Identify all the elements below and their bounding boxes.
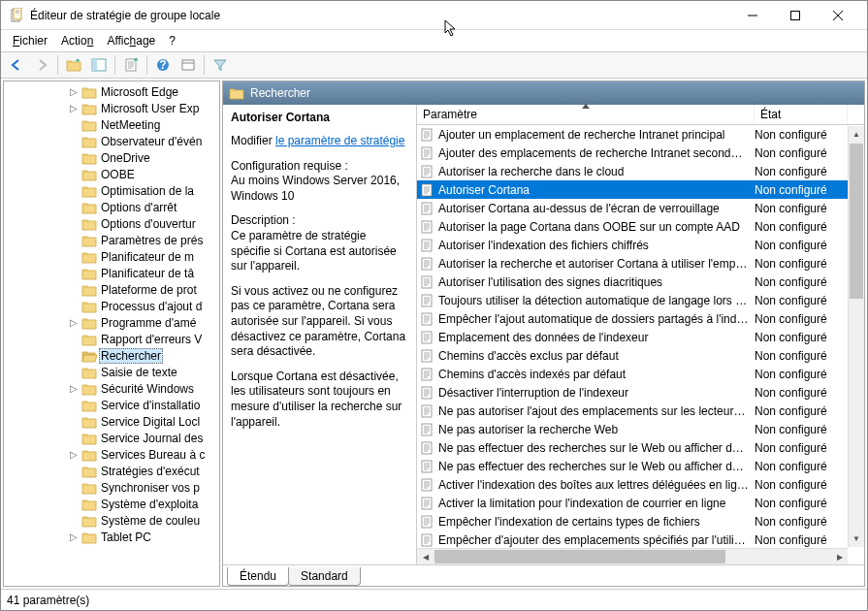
filter-button[interactable] xyxy=(209,54,232,76)
list-row[interactable]: Activer la limitation pour l'indexation … xyxy=(417,494,848,512)
list-row[interactable]: Autoriser l'utilisation des signes diacr… xyxy=(417,273,848,291)
tree-item[interactable]: Système d'exploita xyxy=(4,496,219,512)
tree-item-label: Options d'ouvertur xyxy=(99,217,198,231)
tree-item[interactable]: OneDrive xyxy=(4,149,219,166)
menu-action[interactable]: Action xyxy=(55,32,99,49)
tree-item[interactable]: Système de couleu xyxy=(4,512,219,529)
list-row[interactable]: Empêcher d'ajouter des emplacements spéc… xyxy=(417,531,848,548)
tab-standard[interactable]: Standard xyxy=(288,567,361,586)
minimize-button[interactable] xyxy=(731,2,774,29)
expand-icon[interactable]: ▷ xyxy=(68,383,80,394)
tree-item[interactable]: ▷Sécurité Windows xyxy=(4,380,219,397)
scroll-down-button[interactable]: ▼ xyxy=(849,531,864,547)
main-area: ▷Microsoft Edge▷Microsoft User ExpNetMee… xyxy=(1,79,867,589)
list-row[interactable]: Autoriser CortanaNon configuré xyxy=(417,180,848,199)
scroll-left-button[interactable]: ◀ xyxy=(417,549,434,564)
list-row[interactable]: Autoriser Cortana au-dessus de l'écran d… xyxy=(417,199,848,217)
tree-item[interactable]: Processus d'ajout d xyxy=(4,298,219,314)
setting-icon xyxy=(419,146,434,160)
list-row[interactable]: Autoriser la recherche et autoriser Cort… xyxy=(417,254,848,273)
vertical-scrollbar[interactable]: ▲ ▼ xyxy=(848,126,864,547)
tree-item[interactable]: Planificateur de tâ xyxy=(4,265,219,281)
expand-icon[interactable]: ▷ xyxy=(68,531,80,542)
tree-item[interactable]: Synchroniser vos p xyxy=(4,479,219,496)
folder-icon xyxy=(81,432,97,445)
up-button[interactable] xyxy=(62,54,85,76)
list-row[interactable]: Désactiver l'interruption de l'indexeurN… xyxy=(417,383,848,402)
menu-file[interactable]: Fichier xyxy=(7,32,53,49)
export-button[interactable] xyxy=(119,54,143,76)
list-row[interactable]: Toujours utiliser la détection automatiq… xyxy=(417,291,848,309)
help-button[interactable]: ? xyxy=(151,54,175,76)
tree-item[interactable]: Stratégies d'exécut xyxy=(4,463,219,479)
tree-item[interactable]: Optimisation de la xyxy=(4,182,219,199)
menu-view[interactable]: Affichage xyxy=(101,32,161,49)
tree-item[interactable]: ▷Tablet PC xyxy=(4,529,219,545)
list-row[interactable]: Ne pas autoriser l'ajout des emplacement… xyxy=(417,402,848,420)
tree-item[interactable]: ▷Microsoft Edge xyxy=(4,83,219,100)
maximize-button[interactable] xyxy=(774,2,817,29)
list-row[interactable]: Autoriser la recherche dans le cloudNon … xyxy=(417,162,848,180)
tree-item[interactable]: Service Digital Locl xyxy=(4,413,219,430)
list-row[interactable]: Ne pas autoriser la recherche WebNon con… xyxy=(417,420,848,438)
close-button[interactable] xyxy=(817,2,859,29)
tree-item[interactable]: Rapport d'erreurs V xyxy=(4,331,219,347)
setting-icon xyxy=(419,128,434,142)
expand-icon[interactable]: ▷ xyxy=(68,449,80,460)
tree-item[interactable]: OOBE xyxy=(4,166,219,182)
expand-icon[interactable]: ▷ xyxy=(68,103,80,113)
show-hide-tree-button[interactable] xyxy=(87,54,111,76)
tree-item[interactable]: NetMeeting xyxy=(4,116,219,133)
list-row[interactable]: Ajouter des emplacements de recherche In… xyxy=(417,144,848,162)
tree-item[interactable]: Observateur d'évén xyxy=(4,133,219,149)
tree-item[interactable]: ▷Services Bureau à c xyxy=(4,446,219,463)
tree-item[interactable]: ▷Microsoft User Exp xyxy=(4,100,219,116)
list-row[interactable]: Emplacement des données de l'indexeurNon… xyxy=(417,328,848,346)
expand-icon[interactable]: ▷ xyxy=(68,86,80,97)
tree-item[interactable]: Saisie de texte xyxy=(4,364,219,380)
list-row[interactable]: Chemins d'accès exclus par défautNon con… xyxy=(417,346,848,365)
list-body[interactable]: Ajouter un emplacement de recherche Intr… xyxy=(417,125,848,548)
nav-tree[interactable]: ▷Microsoft Edge▷Microsoft User ExpNetMee… xyxy=(3,80,220,587)
setting-icon xyxy=(419,404,434,418)
status-text: 41 paramètre(s) xyxy=(7,594,89,607)
scroll-thumb[interactable] xyxy=(850,144,863,299)
list-row[interactable]: Autoriser la page Cortana dans OOBE sur … xyxy=(417,217,848,236)
tree-item[interactable]: Service d'installatio xyxy=(4,397,219,413)
tab-extended[interactable]: Étendu xyxy=(227,567,289,586)
folder-icon xyxy=(81,184,97,198)
list-row[interactable]: Ajouter un emplacement de recherche Intr… xyxy=(417,125,848,144)
list-row[interactable]: Empêcher l'indexation de certains types … xyxy=(417,512,848,531)
scroll-up-button[interactable]: ▲ xyxy=(849,126,864,143)
column-state[interactable]: État xyxy=(755,105,848,124)
tree-item[interactable]: Options d'ouvertur xyxy=(4,215,219,232)
selected-setting-title: Autoriser Cortana xyxy=(231,111,408,124)
tree-item[interactable]: Options d'arrêt xyxy=(4,199,219,215)
tree-item[interactable]: Paramètres de prés xyxy=(4,232,219,248)
expand-icon[interactable]: ▷ xyxy=(68,317,80,328)
tree-item[interactable]: Rechercher xyxy=(4,347,219,364)
separator xyxy=(57,55,58,75)
forward-button[interactable] xyxy=(30,54,53,76)
list-row[interactable]: Autoriser l'indexation des fichiers chif… xyxy=(417,236,848,254)
list-row[interactable]: Activer l'indexation des boîtes aux lett… xyxy=(417,475,848,494)
menu-help[interactable]: ? xyxy=(163,32,181,49)
list-row[interactable]: Ne pas effectuer des recherches sur le W… xyxy=(417,457,848,475)
scroll-right-button[interactable]: ▶ xyxy=(831,549,848,564)
list-row[interactable]: Ne pas effectuer des recherches sur le W… xyxy=(417,438,848,457)
properties-button[interactable] xyxy=(177,54,200,76)
tree-item[interactable]: ▷Programme d'amé xyxy=(4,314,219,331)
horizontal-scrollbar[interactable]: ◀ ▶ xyxy=(417,548,848,564)
list-row[interactable]: Empêcher l'ajout automatique de dossiers… xyxy=(417,309,848,328)
setting-name: Toujours utiliser la détection automatiq… xyxy=(438,294,755,307)
settings-list: Paramètre État Ajouter un emplacement de… xyxy=(417,105,864,564)
scroll-thumb[interactable] xyxy=(434,550,725,563)
edit-policy-link[interactable]: le paramètre de stratégie xyxy=(275,134,404,147)
back-button[interactable] xyxy=(5,54,28,76)
list-row[interactable]: Chemins d'accès indexés par défautNon co… xyxy=(417,365,848,383)
tree-item[interactable]: Plateforme de prot xyxy=(4,281,219,298)
tree-item[interactable]: Planificateur de m xyxy=(4,248,219,265)
column-parameter[interactable]: Paramètre xyxy=(417,105,755,124)
tree-item-label: Rapport d'erreurs V xyxy=(99,333,204,346)
tree-item[interactable]: Service Journal des xyxy=(4,430,219,446)
